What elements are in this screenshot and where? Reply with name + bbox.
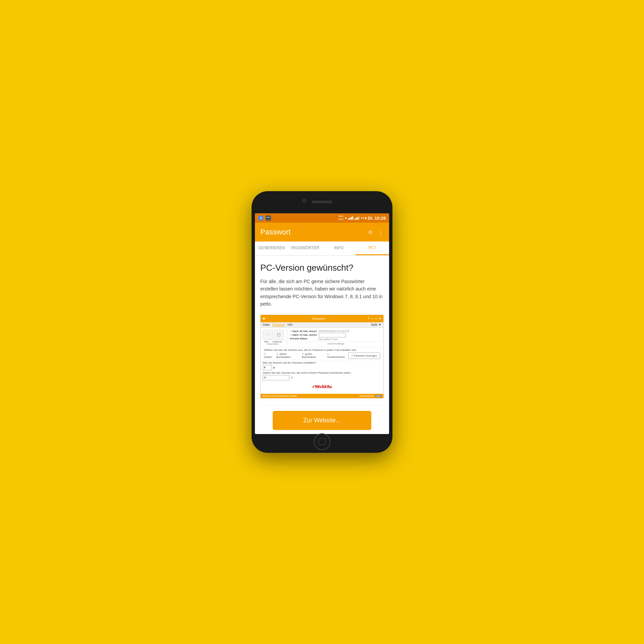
pc-clear-exclude-btn[interactable]: ✕ [290, 376, 293, 379]
battery-symbol: ▮ [365, 216, 367, 220]
pc-menu-datei[interactable]: Datei [263, 323, 270, 327]
home-button[interactable] [314, 433, 330, 450]
pc-vordergrund-label: Vordergrund [359, 394, 374, 397]
tabs-bar: Generieren Passwörter Info PC? [255, 241, 389, 256]
page-description: Für alle, die sich am PC gerne sichere P… [260, 278, 384, 308]
pc-buttons-group: 📄 📋 Neu Kopieren Bearbeiten [263, 330, 284, 345]
pc-new-btn[interactable]: 📄 [263, 330, 273, 340]
pc-exclude-input-row: ✕ [263, 375, 381, 380]
pc-menu-passwort[interactable]: Passwort [272, 323, 285, 327]
pc-exclude-input[interactable] [263, 375, 289, 380]
pc-check-kleine: ✓ kleine Buchstaben [276, 353, 300, 359]
pc-radio-no-action: ● [290, 337, 292, 340]
pc-timer-display [319, 333, 345, 337]
pc-generate-label: Passwort erzeugen [354, 354, 377, 357]
pc-option-30sec: ○ Nach 30 Sek. leeren [290, 330, 317, 333]
pc-check-mark: ✓ [351, 354, 354, 357]
data-speed: 0b/s 0b/s [338, 215, 343, 221]
pc-status-count: Bisher 83 Passwörter erstellt [263, 394, 297, 397]
pc-body: 📄 📋 Neu Kopieren Bearbeiten [261, 328, 383, 394]
tab-generieren[interactable]: Generieren [255, 241, 288, 255]
pc-radio-15sec: ○ [290, 333, 292, 336]
page-title: PC-Version gewünscht? [260, 263, 384, 273]
signal-bars-2 [355, 216, 360, 220]
phone-screen: S 📷 0b/s 0b/s ▾ [255, 213, 389, 434]
pc-checkboxes: ✓ Zahlen ✓ kleine Buchstaben ✓ große Buc… [264, 353, 346, 359]
pc-option-no-action: ● Keine Aktion [290, 337, 317, 340]
pc-zwischenablage-label: Zwischenablage [290, 341, 381, 345]
pc-label-30sec: Nach 30 Sek. leeren [292, 330, 317, 333]
pc-toggle-aus[interactable]: Aus [375, 395, 381, 397]
pc-menubar: Datei Passwort Info Style ▼ [261, 322, 383, 328]
pc-radio-30sec: ○ [290, 330, 292, 333]
status-time: Di. 10:29 [368, 216, 386, 221]
pc-neu-label: Neu [264, 340, 269, 343]
app-bar-actions: ⎋ ⋮ [369, 228, 384, 236]
pc-zeitmessung-label: Zeitmessung bis zur Leerung. [319, 330, 350, 332]
content-divider [260, 405, 384, 406]
share-icon[interactable]: ⎋ [369, 229, 372, 236]
pc-close-btn[interactable]: ✕ [379, 317, 381, 320]
camera-app-icon: 📷 [266, 215, 271, 221]
home-button-inner [319, 438, 325, 445]
app-title: Passwort [260, 228, 369, 236]
pc-chars-label: Wählen Sie hier die Zeichen aus, die Ihr… [264, 348, 380, 352]
phone-device: S 📷 0b/s 0b/s ▾ [252, 191, 392, 453]
pc-exclude-section: Geben Sie hier Zeichen ein, die nicht in… [263, 371, 381, 380]
pc-statusbar: Bisher 83 Passwörter erstellt Vordergrun… [261, 394, 383, 398]
pc-checkboxes-row: ✓ Zahlen ✓ kleine Buchstaben ✓ große Buc… [264, 353, 380, 359]
pc-generate-button[interactable]: ✓ Passwort erzeugen [348, 353, 380, 359]
tab-info[interactable]: Info [322, 241, 356, 255]
pc-check-sonder: □ Sonderzeichen [327, 353, 346, 359]
signal-bars [348, 216, 353, 220]
pc-length-input-row: ▲ [263, 365, 381, 370]
pc-check-grosse: ✓ große Buchstaben [302, 353, 325, 359]
status-bar-left: S 📷 [258, 215, 271, 221]
pc-titlebar: ▣ Passwort ? — □ ✕ [261, 315, 383, 322]
pc-bearbeiten-label: Bearbeiten [268, 343, 279, 345]
website-button[interactable]: Zur Website... [273, 411, 371, 430]
pc-titlebar-buttons: ? — □ ✕ [367, 317, 381, 320]
pc-btn-labels: Neu Kopieren [264, 340, 282, 343]
pc-chars-section: Wählen Sie hier die Zeichen aus, die Ihr… [263, 347, 381, 360]
pc-timer-and-clipboard: ○ Nach 30 Sek. leeren ○ Nach 15 Sek. lee… [290, 330, 381, 341]
tab-pc[interactable]: PC? [356, 241, 389, 255]
pc-menu-info[interactable]: Info [287, 323, 292, 327]
more-options-icon[interactable]: ⋮ [378, 228, 384, 236]
pc-length-label: Wie viel Zeichen soll Ihr Passwort entha… [263, 361, 381, 364]
pc-menu-style[interactable]: Style ▼ [371, 323, 381, 327]
pc-password-display: r9Wvbk8w [263, 382, 381, 392]
s-app-icon: S [258, 215, 264, 221]
phone-camera [302, 199, 306, 203]
battery-icon: 84 ▮ [361, 216, 366, 220]
pc-length-section: Wie viel Zeichen soll Ihr Passwort entha… [263, 361, 381, 370]
phone-speaker [312, 201, 332, 203]
pc-screenshot-mockup: ▣ Passwort ? — □ ✕ Datei Passwort Info S… [260, 315, 384, 398]
pc-separator [287, 330, 287, 345]
content-area: PC-Version gewünscht? Für alle, die sich… [255, 256, 389, 434]
pc-copy-btn[interactable]: 📋 [274, 330, 284, 340]
pc-length-input[interactable] [263, 365, 272, 370]
status-bar: S 📷 0b/s 0b/s ▾ [255, 213, 389, 223]
pc-titlebar-text: Passwort [269, 317, 367, 320]
pc-maximize-btn[interactable]: □ [375, 317, 377, 320]
pc-kein-timer-label: Kein aktiver Timer. [319, 338, 350, 340]
tab-passwoerter[interactable]: Passwörter [288, 241, 322, 255]
pc-check-zahlen: ✓ Zahlen [264, 353, 274, 359]
pc-clipboard-info: Zeitmessung bis zur Leerung. Kein aktive… [319, 330, 350, 341]
pc-minimize-btn[interactable]: — [371, 317, 374, 320]
pc-window-icon: ▣ [263, 317, 269, 320]
pc-radio-group: ○ Nach 30 Sek. leeren ○ Nach 15 Sek. lee… [290, 330, 317, 341]
wifi-icon: ▾ [345, 216, 347, 220]
pc-help-btn[interactable]: ? [367, 317, 369, 320]
pc-statusbar-right: Vordergrund Aus [359, 394, 381, 397]
pc-exclude-label: Geben Sie hier Zeichen ein, die nicht in… [263, 371, 381, 374]
pc-spinner-up[interactable]: ▲ [273, 366, 275, 369]
pc-toolbar-area: 📄 📋 Neu Kopieren Bearbeiten [263, 330, 381, 345]
pc-timer-options: ○ Nach 30 Sek. leeren ○ Nach 15 Sek. lee… [290, 330, 381, 345]
pc-action-buttons: 📄 📋 [263, 330, 284, 340]
pc-option-15sec: ○ Nach 15 Sek. leeren [290, 333, 317, 336]
app-bar: Passwort ⎋ ⋮ [255, 223, 389, 241]
pc-label-no-action: Keine Aktion [292, 337, 307, 340]
status-bar-right: 0b/s 0b/s ▾ 84 ▮ [338, 215, 386, 221]
